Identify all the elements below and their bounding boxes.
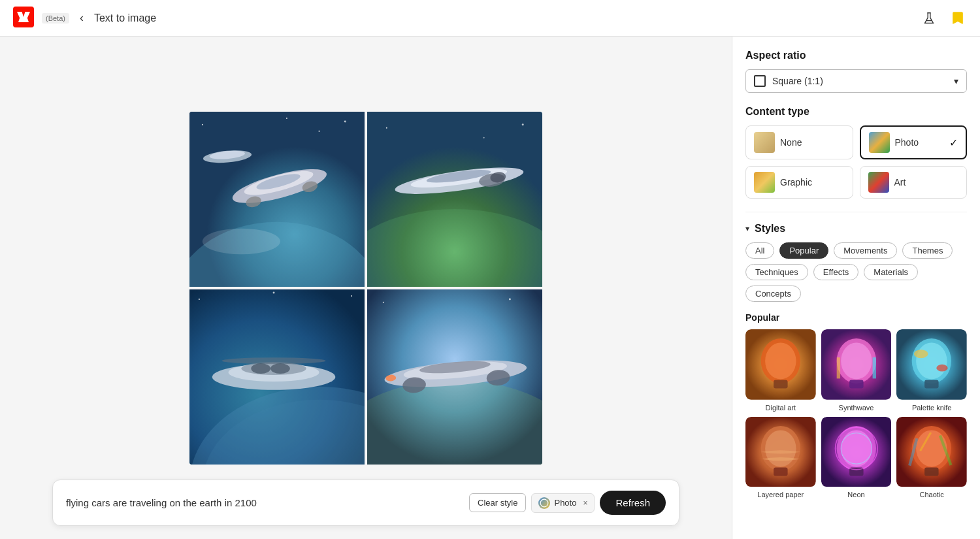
layered-paper-thumbnail (745, 417, 816, 487)
chaotic-thumbnail (896, 417, 967, 487)
digital-art-thumbnail (745, 329, 816, 400)
svg-point-35 (351, 295, 352, 296)
svg-point-12 (319, 130, 320, 131)
svg-rect-67 (774, 467, 788, 476)
beta-badge: (Beta) (42, 13, 69, 24)
palette-knife-label: Palette knife (912, 404, 952, 412)
svg-point-66 (765, 430, 796, 466)
styles-header: ▾ Styles (745, 223, 967, 235)
bookmark-icon[interactable] (949, 9, 967, 27)
styles-section: ▾ Styles All Popular Movements Themes Te… (745, 223, 967, 498)
synthwave-label: Synthwave (839, 404, 874, 412)
svg-point-16 (367, 208, 542, 286)
style-synthwave[interactable]: Synthwave (821, 329, 892, 412)
popular-label: Popular (745, 312, 967, 323)
svg-point-34 (199, 298, 200, 299)
app-header: (Beta) ‹ Text to image (0, 0, 980, 37)
svg-point-45 (383, 301, 384, 302)
filter-tab-all[interactable]: All (745, 242, 774, 259)
page-title: Text to image (94, 12, 156, 24)
style-grid: Digital art (745, 329, 967, 498)
style-palette-knife[interactable]: Palette knife (896, 329, 967, 412)
aspect-ratio-dropdown[interactable]: Square (1:1) ▾ (745, 69, 967, 93)
divider (745, 212, 967, 212)
synthwave-thumbnail (821, 329, 892, 400)
svg-point-54 (841, 342, 872, 379)
layered-paper-label: Layered paper (757, 491, 804, 498)
svg-point-47 (541, 499, 549, 507)
filter-tab-materials[interactable]: Materials (864, 264, 918, 280)
style-digital-art[interactable]: Digital art (745, 329, 816, 412)
svg-point-36 (273, 291, 275, 293)
style-neon[interactable]: Neon (821, 417, 892, 499)
filter-tab-popular[interactable]: Popular (779, 242, 828, 259)
content-type-title: Content type (745, 106, 967, 118)
generated-image-4 (367, 289, 542, 465)
aspect-ratio-label: Square (1:1) (772, 76, 947, 86)
flask-icon[interactable] (920, 9, 938, 27)
styles-title: Styles (755, 223, 785, 235)
filter-tab-concepts[interactable]: Concepts (745, 286, 801, 302)
generated-image-2 (367, 112, 542, 287)
svg-point-23 (522, 123, 524, 125)
content-type-none[interactable]: None (745, 125, 853, 159)
svg-point-32 (251, 363, 270, 374)
content-type-art-label: Art (894, 177, 906, 188)
svg-point-13 (344, 120, 346, 122)
photo-tag-label: Photo (554, 498, 576, 508)
svg-point-70 (841, 430, 872, 466)
aspect-ratio-title: Aspect ratio (745, 50, 967, 61)
none-thumbnail (754, 132, 775, 153)
art-thumbnail (868, 172, 889, 193)
prompt-text: flying cars are traveling on the earth i… (66, 497, 461, 508)
svg-rect-77 (924, 467, 939, 476)
style-chaotic[interactable]: Chaotic (896, 417, 967, 499)
filter-tab-effects[interactable]: Effects (813, 264, 859, 280)
svg-point-60 (916, 342, 947, 379)
content-type-art[interactable]: Art (860, 166, 968, 199)
styles-chevron-icon[interactable]: ▾ (745, 224, 749, 233)
svg-point-63 (937, 365, 948, 372)
generated-image-1 (189, 112, 365, 287)
right-panel: Aspect ratio Square (1:1) ▾ Content type… (732, 37, 980, 539)
photo-tag-icon (538, 497, 550, 509)
svg-point-24 (483, 137, 485, 138)
svg-rect-51 (774, 380, 788, 389)
photo-tag-remove[interactable]: × (583, 498, 587, 508)
aspect-ratio-square-icon (754, 75, 766, 87)
svg-rect-56 (836, 357, 840, 378)
svg-rect-57 (872, 357, 875, 378)
chevron-down-icon: ▾ (954, 76, 958, 86)
content-type-graphic[interactable]: Graphic (745, 166, 853, 199)
filter-tab-themes[interactable]: Themes (902, 242, 953, 259)
svg-point-31 (222, 357, 326, 364)
content-type-photo[interactable]: Photo ✓ (860, 125, 968, 159)
refresh-button[interactable]: Refresh (600, 491, 666, 515)
prompt-tags: Clear style Photo × Refresh (469, 491, 666, 515)
image-grid (189, 112, 542, 465)
content-type-photo-label: Photo (895, 137, 919, 148)
style-layered-paper[interactable]: Layered paper (745, 417, 816, 499)
generated-image-3 (189, 289, 365, 465)
svg-point-22 (386, 127, 387, 128)
header-icons (920, 9, 967, 27)
svg-point-14 (286, 117, 287, 118)
content-type-section: Content type None Photo ✓ Graphic (745, 106, 967, 199)
photo-tag: Photo × (531, 493, 595, 513)
graphic-thumbnail (754, 172, 775, 193)
content-type-none-label: None (780, 137, 802, 148)
back-button[interactable]: ‹ (77, 8, 86, 27)
svg-point-11 (202, 123, 203, 125)
svg-point-62 (914, 350, 928, 358)
clear-style-button[interactable]: Clear style (469, 493, 526, 512)
filter-tab-movements[interactable]: Movements (834, 242, 897, 259)
filter-tab-techniques[interactable]: Techniques (745, 264, 808, 280)
svg-point-38 (367, 380, 542, 464)
svg-point-46 (509, 298, 511, 300)
canvas-area: flying cars are traveling on the earth i… (0, 37, 732, 539)
style-filter-tabs: All Popular Movements Themes Techniques … (745, 242, 967, 302)
main-content: flying cars are traveling on the earth i… (0, 37, 980, 539)
adobe-logo (13, 7, 34, 30)
palette-knife-thumbnail (896, 329, 967, 400)
digital-art-label: Digital art (766, 404, 796, 412)
